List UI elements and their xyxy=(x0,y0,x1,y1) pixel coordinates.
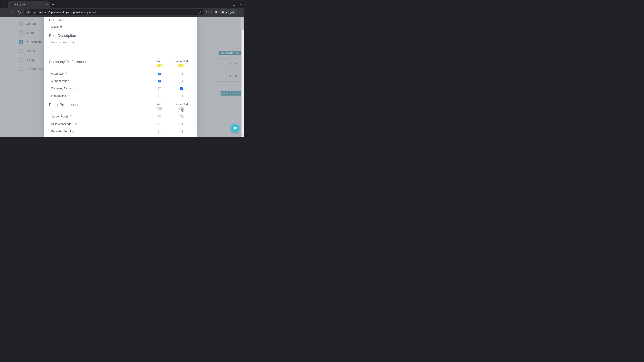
role-name-input[interactable] xyxy=(49,22,192,29)
tab-favicon xyxy=(10,3,13,6)
url-text: app.breezy.hr/app/c/moodjoy/company/sett… xyxy=(32,11,96,14)
toolbar-divider xyxy=(211,10,212,14)
window-minimize-icon[interactable]: — xyxy=(226,3,229,6)
mouse-cursor xyxy=(182,109,184,112)
scroll-down-icon[interactable]: ▼ xyxy=(242,134,244,137)
perm-label: Integrations xyxy=(51,94,66,97)
page-scrollbar[interactable]: ▲ ▼ xyxy=(242,17,244,137)
help-icon[interactable]: ? xyxy=(74,123,77,125)
company-name-edit-checkbox[interactable] xyxy=(180,87,183,90)
svg-point-2 xyxy=(223,12,224,13)
approvals-edit-checkbox[interactable] xyxy=(180,72,183,75)
role-description-input[interactable]: He is to design etc. xyxy=(49,38,192,51)
incognito-badge[interactable]: Incognito xyxy=(219,9,238,15)
career-portal-edit-checkbox[interactable] xyxy=(180,115,183,118)
perm-row-approvals: Approvals? xyxy=(49,72,192,75)
help-icon[interactable]: ? xyxy=(70,115,72,118)
window-controls: — ❐ ✕ xyxy=(224,3,244,8)
nav-reload-button[interactable] xyxy=(16,9,22,15)
browser-titlebar: Breezy HR ✕ + — ❐ ✕ xyxy=(0,0,244,8)
window-close-icon[interactable]: ✕ xyxy=(239,3,241,6)
column-view-header: View xyxy=(148,60,170,67)
new-tab-button[interactable]: + xyxy=(51,2,56,7)
portal-preferences-section: Portal Preferences View Create / Edit Ca… xyxy=(49,103,192,133)
company-preferences-section: Company Preferences View Create / Edit A… xyxy=(49,60,192,97)
sidepanel-icon[interactable] xyxy=(214,11,217,14)
tab-title: Breezy HR xyxy=(14,3,44,6)
bookmark-star-icon[interactable] xyxy=(199,11,202,14)
view-master-toggle[interactable] xyxy=(156,107,162,110)
url-bar[interactable]: app.breezy.hr/app/c/moodjoy/company/sett… xyxy=(24,9,204,15)
page-viewport: General Users Permissions Teams Billing xyxy=(0,17,244,137)
svg-rect-0 xyxy=(214,11,216,13)
section-title: Company Preferences xyxy=(49,60,148,64)
perm-label: Authentication xyxy=(51,79,69,83)
help-icon[interactable]: ? xyxy=(72,130,75,133)
section-title: Portal Preferences xyxy=(49,103,148,107)
chat-widget-button[interactable] xyxy=(231,124,240,133)
integrations-view-checkbox[interactable] xyxy=(158,95,161,97)
incognito-label: Incognito xyxy=(226,11,235,13)
perm-row-recruiter-portal: Recruiter Portal? xyxy=(49,130,192,133)
column-view-header: View xyxy=(148,103,170,110)
recruiter-portal-view-checkbox[interactable] xyxy=(158,130,161,133)
help-icon[interactable]: ? xyxy=(66,72,68,75)
browser-tab[interactable]: Breezy HR ✕ xyxy=(8,1,50,8)
perm-row-hello-messenger: Hello Messenger? xyxy=(49,122,192,126)
nav-back-button[interactable] xyxy=(2,9,8,15)
perm-row-authentication: Authentication? xyxy=(49,79,192,83)
perm-label: Hello Messenger xyxy=(51,122,72,126)
approvals-view-checkbox[interactable] xyxy=(158,72,161,75)
help-icon[interactable]: ? xyxy=(68,94,70,97)
role-editor-modal: Role Name Role Description He is to desi… xyxy=(44,17,197,137)
perm-label: Approvals xyxy=(51,72,64,75)
recruiter-portal-edit-checkbox[interactable] xyxy=(180,130,183,133)
svg-point-5 xyxy=(241,13,242,13)
svg-point-4 xyxy=(241,12,242,12)
browser-menu-icon[interactable] xyxy=(240,11,242,13)
perm-row-integrations: Integrations? xyxy=(49,94,192,97)
extensions-icon[interactable] xyxy=(206,11,209,14)
perm-row-career-portal: Career Portal? xyxy=(49,115,192,118)
view-master-toggle[interactable] xyxy=(156,64,162,67)
perm-label: Recruiter Portal xyxy=(51,130,71,133)
hello-messenger-view-checkbox[interactable] xyxy=(158,123,161,125)
tab-search-dropdown[interactable] xyxy=(0,0,8,8)
window-maximize-icon[interactable]: ❐ xyxy=(233,3,235,6)
svg-point-1 xyxy=(222,12,223,13)
tab-close-icon[interactable]: ✕ xyxy=(46,3,48,6)
authentication-edit-checkbox[interactable] xyxy=(180,80,183,82)
browser-toolbar: app.breezy.hr/app/c/moodjoy/company/sett… xyxy=(0,8,244,17)
help-icon[interactable]: ? xyxy=(71,80,74,82)
help-icon[interactable]: ? xyxy=(73,87,76,90)
perm-row-company-name: Company Name? xyxy=(49,87,192,90)
career-portal-view-checkbox[interactable] xyxy=(158,115,161,118)
role-name-label: Role Name xyxy=(49,18,192,22)
perm-label: Career Portal xyxy=(51,115,68,118)
integrations-edit-checkbox[interactable] xyxy=(180,95,183,97)
nav-forward-button[interactable] xyxy=(9,9,15,15)
hello-messenger-edit-checkbox[interactable] xyxy=(180,123,183,125)
edit-master-toggle[interactable] xyxy=(178,64,184,67)
column-edit-header: Create / Edit xyxy=(170,60,192,67)
site-info-icon[interactable] xyxy=(26,10,30,14)
perm-label: Company Name xyxy=(51,87,72,90)
column-edit-header: Create / Edit xyxy=(170,103,192,110)
svg-point-3 xyxy=(241,11,242,12)
authentication-view-checkbox[interactable] xyxy=(158,80,161,82)
scrollbar-thumb[interactable] xyxy=(242,17,244,30)
role-description-label: Role Description xyxy=(49,33,192,38)
company-name-view-checkbox[interactable] xyxy=(158,87,161,90)
